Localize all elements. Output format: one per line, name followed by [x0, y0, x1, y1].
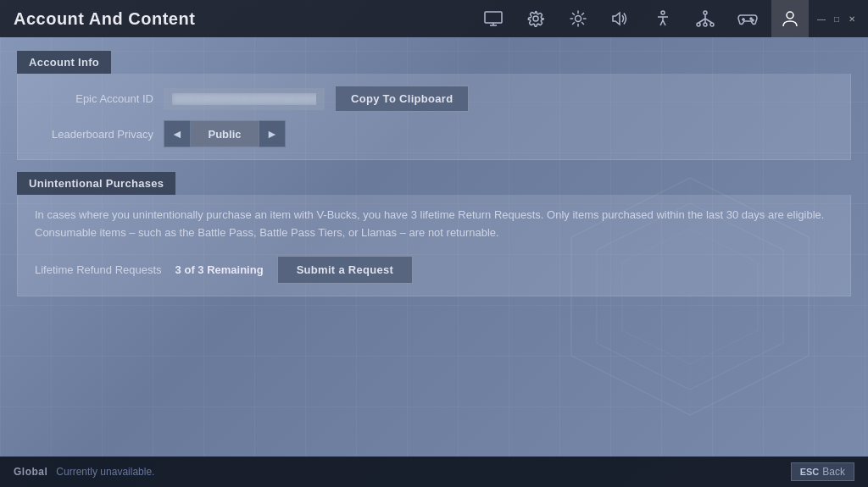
account-icon[interactable]: [771, 0, 809, 37]
privacy-next-button[interactable]: ►: [259, 120, 286, 147]
purchases-content: In cases where you unintentionally purch…: [17, 195, 851, 296]
esc-key-label: ESC: [800, 467, 820, 477]
svg-line-23: [660, 20, 663, 25]
svg-point-35: [752, 19, 754, 21]
maximize-button[interactable]: □: [831, 13, 843, 25]
svg-point-27: [704, 23, 707, 26]
monitor-icon[interactable]: [475, 0, 512, 37]
privacy-label: Leaderboard Privacy: [35, 128, 153, 141]
epic-id-label: Epic Account ID: [35, 92, 153, 105]
title-bar-left: Account And Content: [14, 9, 195, 29]
refund-count: 3 of 3 Remaining: [175, 263, 264, 276]
svg-line-17: [582, 14, 584, 15]
purchases-section: Unintentional Purchases In cases where y…: [17, 172, 851, 296]
global-label: Global: [14, 466, 47, 478]
controller-icon[interactable]: [729, 0, 766, 37]
svg-line-16: [582, 23, 584, 25]
back-label: Back: [822, 466, 845, 478]
svg-point-36: [787, 12, 793, 19]
bottom-bar: Global Currently unavailable. ESC Back: [0, 457, 868, 487]
svg-rect-6: [485, 12, 502, 23]
privacy-row: Leaderboard Privacy ◄ Public ►: [35, 120, 833, 147]
svg-point-10: [576, 16, 581, 22]
svg-line-24: [663, 20, 665, 25]
privacy-prev-button[interactable]: ◄: [164, 120, 191, 147]
refund-row: Lifetime Refund Requests 3 of 3 Remainin…: [35, 256, 833, 284]
network-icon[interactable]: [687, 0, 724, 37]
nav-icons: [475, 0, 809, 37]
page-title: Account And Content: [14, 9, 195, 29]
svg-point-20: [661, 11, 665, 14]
account-info-header: Account Info: [17, 51, 111, 74]
svg-line-18: [573, 23, 575, 25]
purchases-header: Unintentional Purchases: [17, 172, 175, 195]
title-bar-right: — □ ✕: [475, 0, 858, 37]
window-controls: — □ ✕: [815, 13, 858, 25]
svg-marker-19: [613, 13, 620, 25]
title-bar: Account And Content: [0, 0, 868, 37]
svg-point-9: [533, 16, 538, 21]
refund-label: Lifetime Refund Requests: [35, 263, 162, 276]
esc-back-button[interactable]: ESC Back: [791, 462, 854, 481]
volume-icon[interactable]: [602, 0, 639, 37]
main-content: Account Info Epic Account ID Copy To Cli…: [0, 37, 868, 457]
privacy-value: Public: [191, 120, 259, 147]
bottom-left: Global Currently unavailable.: [14, 466, 154, 478]
epic-id-input[interactable]: [164, 88, 325, 110]
status-text: Currently unavailable.: [56, 466, 154, 478]
svg-line-15: [573, 14, 575, 15]
purchases-description: In cases where you unintentionally purch…: [35, 207, 833, 242]
accessibility-icon[interactable]: [644, 0, 682, 37]
epic-id-row: Epic Account ID Copy To Clipboard: [35, 86, 833, 112]
svg-point-28: [710, 23, 714, 26]
brightness-icon[interactable]: [559, 0, 597, 37]
account-info-section: Account Info Epic Account ID Copy To Cli…: [17, 51, 851, 160]
minimize-button[interactable]: —: [815, 13, 827, 25]
settings-icon[interactable]: [517, 0, 554, 37]
svg-point-26: [697, 23, 700, 26]
svg-point-25: [704, 11, 707, 14]
svg-point-34: [750, 18, 752, 19]
account-info-content: Epic Account ID Copy To Clipboard Leader…: [17, 74, 851, 160]
copy-to-clipboard-button[interactable]: Copy To Clipboard: [335, 86, 469, 112]
svg-line-30: [698, 19, 705, 23]
svg-line-31: [705, 19, 712, 23]
submit-request-button[interactable]: Submit a Request: [277, 256, 414, 284]
privacy-control: ◄ Public ►: [164, 120, 286, 147]
close-button[interactable]: ✕: [846, 13, 858, 25]
